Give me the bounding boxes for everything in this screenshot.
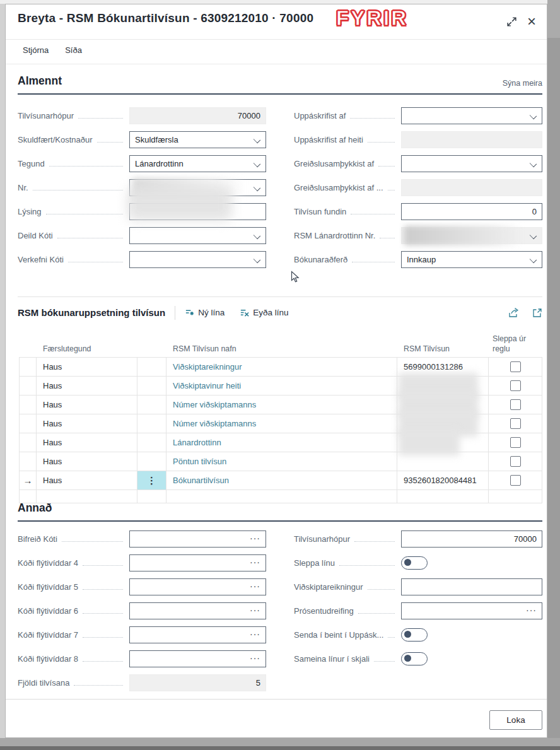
lookup-icon[interactable]: ··· [250, 653, 260, 663]
greidslusamthykkist-af-dropdown[interactable] [401, 155, 542, 172]
new-line-button[interactable]: Ný lína [185, 308, 225, 317]
bokunaradferd-dropdown[interactable]: Innkaup [401, 251, 542, 268]
lookup-icon[interactable]: ··· [250, 581, 260, 591]
checkbox-sleppa-ur-reglu[interactable] [510, 380, 521, 391]
almennt-right-column: Uppáskrifist af Uppáskrifist af heiti Gr… [294, 107, 542, 275]
dotted-leader [49, 155, 123, 167]
almennt-left-column: Tilvísunarhópur 70000 Skuldfært/Kostnaðu… [18, 107, 266, 275]
dotted-leader [350, 107, 395, 119]
col-header-faerslutegund[interactable]: Færslutegund [37, 344, 137, 354]
show-more-link[interactable]: Sýna meira [503, 79, 542, 88]
field-fjoldi-tilvisana: Fjöldi tilvísana 5 [18, 674, 266, 698]
menu-item-sida[interactable]: Síða [65, 45, 82, 55]
bifreid-koti-input[interactable]: ··· [129, 530, 266, 548]
checkbox-sleppa-ur-reglu[interactable] [510, 361, 521, 372]
table-row[interactable]: Haus Pöntun tilvísun [19, 452, 542, 471]
tilvisun-fundin-input[interactable]: 0 [401, 203, 542, 220]
open-in-new-icon [532, 308, 542, 318]
maximize-button[interactable] [505, 15, 518, 28]
close-button[interactable]: × [525, 15, 539, 28]
background-edge [0, 738, 560, 746]
checkbox-sleppa-ur-reglu[interactable] [510, 475, 521, 486]
verkefni-koti-dropdown[interactable] [129, 251, 266, 268]
checkbox-sleppa-ur-reglu[interactable] [510, 399, 521, 410]
cell-name-link[interactable]: Viðskiptareikningur [173, 362, 242, 372]
toggle-sameina-linur[interactable] [401, 652, 428, 665]
cell-name-link[interactable]: Pöntun tilvísun [173, 457, 226, 466]
lookup-icon[interactable]: ··· [526, 605, 537, 615]
field-nr: Nr. [18, 179, 266, 203]
dotted-leader [351, 203, 395, 214]
field-label: Verkefni Kóti [18, 251, 64, 268]
field-label: Sameina línur í skjali [294, 650, 370, 667]
table-row[interactable]: Haus Númer viðskiptamanns [19, 414, 542, 433]
toggle-senda-i-beint[interactable] [401, 628, 428, 642]
kodi-flytividdar-4-input[interactable]: ··· [129, 554, 266, 571]
lysing-input[interactable] [129, 203, 266, 220]
chevron-down-icon [530, 232, 537, 239]
dotted-leader [46, 203, 123, 214]
divider [18, 296, 542, 297]
cell-name-link[interactable]: Númer viðskiptamanns [173, 419, 256, 428]
background-edge [0, 746, 560, 750]
kodi-flytividdar-7-input[interactable]: ··· [129, 626, 266, 643]
background-edge [547, 0, 560, 750]
open-in-new-button[interactable] [532, 308, 542, 318]
share-button[interactable] [508, 307, 520, 318]
uppaskrifist-af-dropdown[interactable] [401, 107, 542, 124]
toggle-knob [404, 631, 411, 638]
checkbox-sleppa-ur-reglu[interactable] [510, 418, 521, 429]
col-header-rsm-tilvisun[interactable]: RSM Tilvísun [397, 344, 489, 354]
chevron-down-icon [530, 112, 537, 119]
kodi-flytividdar-6-input[interactable]: ··· [129, 602, 266, 619]
prosentudreifing-input[interactable]: ··· [401, 602, 542, 619]
dotted-leader [97, 131, 123, 143]
tilvisunarhopur-input[interactable]: 70000 [401, 530, 542, 548]
toggle-sleppa-linu[interactable] [401, 556, 428, 570]
greidslusamthykkist-af-heiti-readonly [401, 179, 542, 196]
nr-dropdown[interactable] [129, 179, 266, 196]
section-heading-almennt: Almennt [18, 74, 62, 88]
lookup-icon[interactable]: ··· [250, 629, 260, 639]
menu-item-stjorna[interactable]: Stjórna [23, 45, 49, 55]
vidskiptareikningur-input[interactable] [401, 578, 542, 595]
close-dialog-button[interactable]: Loka [489, 710, 542, 730]
cell-name-link[interactable]: Númer viðskiptamanns [173, 400, 256, 409]
dotted-leader [339, 554, 395, 566]
lookup-icon[interactable]: ··· [250, 557, 260, 567]
dotted-leader [388, 179, 395, 190]
rsm-lanardrottinn-nr-dropdown[interactable] [401, 227, 542, 244]
skuldfaert-dropdown[interactable]: Skuldfærsla [129, 131, 266, 148]
cell-name-link[interactable]: Viðskiptavinur heiti [173, 381, 241, 390]
checkbox-sleppa-ur-reglu[interactable] [510, 437, 521, 448]
field-deild-koti: Deild Kóti [18, 227, 266, 251]
table-row[interactable]: Haus Viðskiptavinur heiti [19, 377, 542, 396]
kodi-flytividdar-5-input[interactable]: ··· [129, 578, 266, 595]
annad-right-column: Tilvísunarhópur 70000 Sleppa línu Viðski… [294, 530, 542, 674]
redacted-blur [132, 178, 247, 197]
toggle-knob [404, 655, 411, 662]
row-menu-button[interactable]: ⋮ [137, 471, 166, 489]
cell-name-link[interactable]: Bókunartilvísun [173, 476, 229, 485]
deild-koti-dropdown[interactable] [129, 227, 266, 244]
checkbox-sleppa-ur-reglu[interactable] [510, 456, 521, 467]
maximize-icon [506, 16, 517, 27]
new-line-icon [185, 308, 194, 317]
table-row[interactable]: Haus Númer viðskiptamanns [19, 396, 542, 414]
col-header-sleppa-ur-reglu[interactable]: Sleppa úr reglu [489, 334, 542, 354]
delete-line-button[interactable]: Eyða línu [240, 308, 288, 317]
field-rsm-lanardrottinn-nr: RSM Lánardrottinn Nr. [294, 227, 542, 251]
lookup-icon[interactable]: ··· [250, 605, 260, 615]
tegund-dropdown[interactable]: Lánardrottinn [129, 155, 266, 172]
col-header-rsm-tilvisun-nafn[interactable]: RSM Tilvísun nafn [166, 344, 397, 354]
table-row-selected[interactable]: → Haus ⋮ Bókunartilvísun 935260182008448… [19, 471, 542, 490]
cell-name-link[interactable]: Lánardrottinn [173, 438, 221, 447]
field-label: Sleppa línu [294, 554, 335, 571]
field-label: Tegund [18, 155, 45, 172]
field-label: Greiðslusamþykkist af ... [294, 179, 383, 196]
lookup-icon[interactable]: ··· [250, 533, 260, 543]
dotted-leader [374, 650, 395, 662]
table-row[interactable]: Haus Lánardrottinn [19, 433, 542, 452]
table-row[interactable]: Haus Viðskiptareikningur 5699000131286 [19, 358, 542, 377]
kodi-flytividdar-8-input[interactable]: ··· [129, 650, 266, 667]
